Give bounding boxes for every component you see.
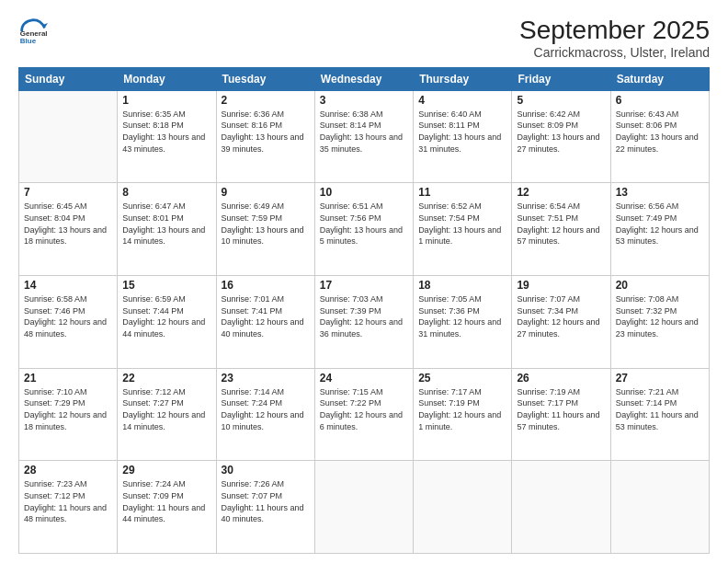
day-number: 16 (222, 279, 310, 292)
calendar-cell: 4Sunrise: 6:40 AMSunset: 8:11 PMDaylight… (414, 90, 512, 183)
calendar-cell: 10Sunrise: 6:51 AMSunset: 7:56 PMDayligh… (314, 183, 413, 276)
logo: General Blue (18, 17, 48, 46)
calendar-cell: 5Sunrise: 6:42 AMSunset: 8:09 PMDaylight… (512, 90, 610, 183)
calendar-cell: 19Sunrise: 7:07 AMSunset: 7:34 PMDayligh… (512, 276, 610, 369)
day-number: 14 (24, 279, 112, 292)
calendar-cell: 27Sunrise: 7:21 AMSunset: 7:14 PMDayligh… (610, 368, 709, 461)
calendar-cell (314, 461, 413, 554)
calendar-cell: 6Sunrise: 6:43 AMSunset: 8:06 PMDaylight… (610, 90, 709, 183)
calendar-cell: 16Sunrise: 7:01 AMSunset: 7:41 PMDayligh… (216, 276, 314, 369)
day-number: 17 (320, 279, 408, 292)
day-info: Sunrise: 6:36 AMSunset: 8:16 PMDaylight:… (222, 109, 310, 155)
calendar-week-3: 14Sunrise: 6:58 AMSunset: 7:46 PMDayligh… (19, 276, 710, 369)
calendar-cell (610, 461, 709, 554)
calendar-week-1: 1Sunrise: 6:35 AMSunset: 8:18 PMDaylight… (19, 90, 710, 183)
day-info: Sunrise: 7:05 AMSunset: 7:36 PMDaylight:… (418, 293, 506, 339)
header: General Blue September 2025 Carrickmacro… (18, 17, 710, 60)
day-number: 23 (222, 372, 310, 385)
calendar-cell: 26Sunrise: 7:19 AMSunset: 7:17 PMDayligh… (512, 368, 610, 461)
col-thursday: Thursday (414, 67, 512, 90)
day-info: Sunrise: 7:23 AMSunset: 7:12 PMDaylight:… (24, 478, 112, 524)
page: General Blue September 2025 Carrickmacro… (0, 0, 728, 563)
day-number: 9 (222, 186, 310, 199)
day-number: 30 (222, 464, 310, 477)
col-wednesday: Wednesday (314, 67, 413, 90)
col-sunday: Sunday (19, 67, 118, 90)
day-info: Sunrise: 7:01 AMSunset: 7:41 PMDaylight:… (222, 293, 310, 339)
day-info: Sunrise: 7:26 AMSunset: 7:07 PMDaylight:… (222, 478, 310, 524)
day-number: 13 (616, 186, 704, 199)
day-info: Sunrise: 6:58 AMSunset: 7:46 PMDaylight:… (24, 293, 112, 339)
day-number: 4 (418, 94, 506, 107)
calendar-cell: 7Sunrise: 6:45 AMSunset: 8:04 PMDaylight… (19, 183, 118, 276)
calendar-week-4: 21Sunrise: 7:10 AMSunset: 7:29 PMDayligh… (19, 368, 710, 461)
day-info: Sunrise: 6:54 AMSunset: 7:51 PMDaylight:… (517, 201, 605, 247)
calendar-cell: 18Sunrise: 7:05 AMSunset: 7:36 PMDayligh… (414, 276, 512, 369)
day-info: Sunrise: 6:47 AMSunset: 8:01 PMDaylight:… (122, 201, 210, 247)
calendar-cell: 23Sunrise: 7:14 AMSunset: 7:24 PMDayligh… (216, 368, 314, 461)
calendar-cell: 17Sunrise: 7:03 AMSunset: 7:39 PMDayligh… (314, 276, 413, 369)
day-info: Sunrise: 7:08 AMSunset: 7:32 PMDaylight:… (616, 293, 704, 339)
day-number: 22 (122, 372, 210, 385)
calendar-cell: 22Sunrise: 7:12 AMSunset: 7:27 PMDayligh… (118, 368, 216, 461)
calendar-week-5: 28Sunrise: 7:23 AMSunset: 7:12 PMDayligh… (19, 461, 710, 554)
day-number: 24 (320, 372, 408, 385)
calendar-cell (19, 90, 118, 183)
day-number: 20 (616, 279, 704, 292)
day-number: 6 (616, 94, 704, 107)
logo-icon: General Blue (18, 17, 48, 46)
day-info: Sunrise: 7:12 AMSunset: 7:27 PMDaylight:… (122, 386, 210, 432)
day-number: 26 (517, 372, 605, 385)
day-number: 1 (122, 94, 210, 107)
day-info: Sunrise: 6:35 AMSunset: 8:18 PMDaylight:… (122, 109, 210, 155)
calendar-cell: 3Sunrise: 6:38 AMSunset: 8:14 PMDaylight… (314, 90, 413, 183)
calendar-table: Sunday Monday Tuesday Wednesday Thursday… (18, 67, 710, 554)
calendar-cell: 15Sunrise: 6:59 AMSunset: 7:44 PMDayligh… (118, 276, 216, 369)
day-info: Sunrise: 7:17 AMSunset: 7:19 PMDaylight:… (418, 386, 506, 432)
col-saturday: Saturday (610, 67, 709, 90)
day-number: 10 (320, 186, 408, 199)
day-info: Sunrise: 6:59 AMSunset: 7:44 PMDaylight:… (122, 293, 210, 339)
day-number: 28 (24, 464, 112, 477)
day-number: 12 (517, 186, 605, 199)
calendar-cell (512, 461, 610, 554)
day-info: Sunrise: 7:03 AMSunset: 7:39 PMDaylight:… (320, 293, 408, 339)
day-info: Sunrise: 6:42 AMSunset: 8:09 PMDaylight:… (517, 109, 605, 155)
subtitle: Carrickmacross, Ulster, Ireland (519, 45, 710, 60)
col-tuesday: Tuesday (216, 67, 314, 90)
day-info: Sunrise: 7:19 AMSunset: 7:17 PMDaylight:… (517, 386, 605, 432)
day-info: Sunrise: 7:07 AMSunset: 7:34 PMDaylight:… (517, 293, 605, 339)
day-info: Sunrise: 7:24 AMSunset: 7:09 PMDaylight:… (122, 478, 210, 524)
day-number: 15 (122, 279, 210, 292)
calendar-cell: 21Sunrise: 7:10 AMSunset: 7:29 PMDayligh… (19, 368, 118, 461)
calendar-cell: 2Sunrise: 6:36 AMSunset: 8:16 PMDaylight… (216, 90, 314, 183)
day-number: 5 (517, 94, 605, 107)
calendar-cell: 11Sunrise: 6:52 AMSunset: 7:54 PMDayligh… (414, 183, 512, 276)
main-title: September 2025 (519, 17, 710, 45)
day-number: 7 (24, 186, 112, 199)
svg-text:Blue: Blue (20, 37, 37, 45)
calendar-cell: 24Sunrise: 7:15 AMSunset: 7:22 PMDayligh… (314, 368, 413, 461)
day-info: Sunrise: 7:14 AMSunset: 7:24 PMDaylight:… (222, 386, 310, 432)
day-number: 25 (418, 372, 506, 385)
day-number: 18 (418, 279, 506, 292)
title-block: September 2025 Carrickmacross, Ulster, I… (519, 17, 710, 60)
day-number: 3 (320, 94, 408, 107)
day-number: 19 (517, 279, 605, 292)
calendar-week-2: 7Sunrise: 6:45 AMSunset: 8:04 PMDaylight… (19, 183, 710, 276)
calendar-cell: 20Sunrise: 7:08 AMSunset: 7:32 PMDayligh… (610, 276, 709, 369)
day-info: Sunrise: 6:51 AMSunset: 7:56 PMDaylight:… (320, 201, 408, 247)
day-number: 21 (24, 372, 112, 385)
day-info: Sunrise: 7:21 AMSunset: 7:14 PMDaylight:… (616, 386, 704, 432)
calendar-cell: 28Sunrise: 7:23 AMSunset: 7:12 PMDayligh… (19, 461, 118, 554)
day-info: Sunrise: 6:40 AMSunset: 8:11 PMDaylight:… (418, 109, 506, 155)
calendar-cell: 12Sunrise: 6:54 AMSunset: 7:51 PMDayligh… (512, 183, 610, 276)
calendar-cell: 25Sunrise: 7:17 AMSunset: 7:19 PMDayligh… (414, 368, 512, 461)
day-number: 27 (616, 372, 704, 385)
day-info: Sunrise: 6:52 AMSunset: 7:54 PMDaylight:… (418, 201, 506, 247)
calendar-cell: 30Sunrise: 7:26 AMSunset: 7:07 PMDayligh… (216, 461, 314, 554)
calendar-cell (414, 461, 512, 554)
calendar-cell: 9Sunrise: 6:49 AMSunset: 7:59 PMDaylight… (216, 183, 314, 276)
col-monday: Monday (118, 67, 216, 90)
col-friday: Friday (512, 67, 610, 90)
